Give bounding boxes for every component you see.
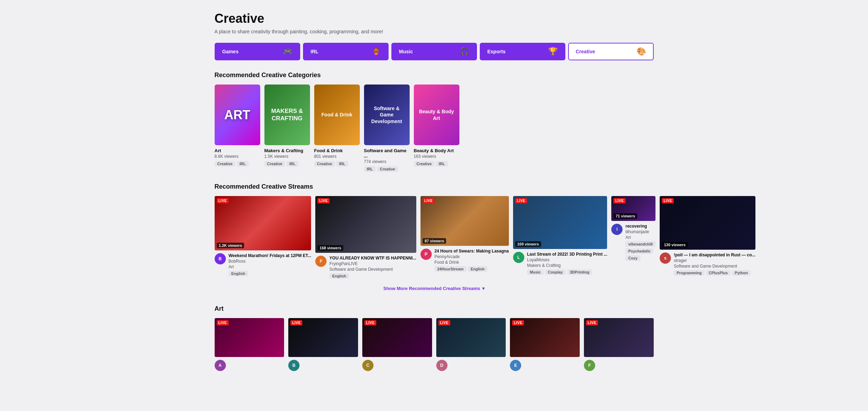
art-stream-info-4: E [510, 360, 580, 371]
irl-icon: 🏺 [371, 47, 381, 56]
stream-thumb-1: LIVE 168 viewers [315, 196, 416, 253]
tag-3dprint-3[interactable]: 3DPrinting [567, 269, 592, 275]
tag-cosplay-3[interactable]: Cosplay [545, 269, 566, 275]
stream-title-0: Weekend Marathon! Fridays at 12PM ET... [229, 253, 311, 258]
tag-irl[interactable]: IRL [237, 161, 249, 167]
stream-card-0[interactable]: LIVE 1.2K viewers B Weekend Marathon! Fr… [215, 196, 311, 279]
viewer-count-4: 71 viewers [613, 213, 637, 219]
tag-english-1[interactable]: English [329, 273, 349, 279]
category-name-food: Food & Drink [314, 148, 360, 153]
recommended-streams-title: Recommended Creative Streams [215, 183, 654, 190]
stream-card-1[interactable]: LIVE 168 viewers F YOU ALREADY KNOW WTF … [315, 196, 416, 279]
art-stream-info-2: C [362, 360, 432, 371]
viewer-count-3: 169 viewers [515, 241, 541, 247]
stream-meta-5: !poll — I am disappointed in Rust — co..… [674, 252, 755, 276]
tag-irl-food[interactable]: IRL [336, 161, 348, 167]
art-stream-thumb-0: LIVE [215, 318, 284, 357]
art-stream-card-3[interactable]: LIVE D [436, 318, 506, 371]
category-card-art[interactable]: ART Art 8.6K viewers Creative IRL [215, 85, 260, 172]
creative-icon: 🎨 [637, 47, 646, 56]
tag-cpp[interactable]: CPlusPlus [706, 270, 731, 276]
esports-icon: 🏆 [548, 47, 558, 56]
category-tags-makers: Creative IRL [264, 161, 310, 167]
stream-meta-0: Weekend Marathon! Fridays at 12PM ET... … [229, 253, 311, 276]
art-stream-card-1[interactable]: LIVE B [288, 318, 358, 371]
category-thumb-art: ART [215, 85, 260, 145]
stream-thumb-5: LIVE 130 viewers [660, 196, 755, 250]
stream-title-2: 24 Hours of Swears: Making Lasagna [435, 249, 509, 254]
art-live-badge-4: LIVE [512, 320, 524, 325]
tab-creative[interactable]: Creative 🎨 [568, 43, 654, 60]
art-live-badge-3: LIVE [438, 320, 450, 325]
art-stream-info-1: B [288, 360, 358, 371]
art-stream-card-0[interactable]: LIVE A [215, 318, 284, 371]
category-card-software[interactable]: Software & Game Development Software and… [364, 85, 410, 172]
tag-cozy[interactable]: Cozy [625, 255, 640, 261]
tag-irl-software[interactable]: IRL [364, 166, 376, 172]
category-name-art: Art [215, 148, 260, 153]
page-container: Creative A place to share creativity thr… [206, 0, 662, 386]
tag-creative-software[interactable]: Creative [377, 166, 398, 172]
category-viewers-beauty: 163 viewers [414, 154, 459, 159]
art-stream-avatar-0: A [215, 360, 226, 371]
stream-channel-4: liihumanjade [625, 229, 655, 234]
tab-creative-label: Creative [576, 49, 595, 54]
art-stream-info-3: D [436, 360, 506, 371]
recommended-categories-section: Recommended Creative Categories ART Art … [215, 72, 654, 172]
tag-irl-beauty[interactable]: IRL [436, 161, 448, 167]
show-more-button[interactable]: Show More Recommended Creative Streams ▾ [215, 283, 654, 294]
art-stream-thumb-5: LIVE [584, 318, 654, 357]
category-tags-software: IRL Creative [364, 166, 410, 172]
art-stream-avatar-1: B [288, 360, 300, 371]
stream-card-5[interactable]: LIVE 130 viewers s !poll — I am disappoi… [660, 196, 755, 279]
art-stream-card-5[interactable]: LIVE F [584, 318, 654, 371]
stream-category-1: Software and Game Development [329, 267, 416, 272]
tag-english-0[interactable]: English [229, 271, 248, 276]
category-card-makers[interactable]: MAKERS & CRAFTING Makers & Crafting 1.5K… [264, 85, 310, 172]
category-name-beauty: Beauty & Body Art [414, 148, 459, 153]
art-stream-card-4[interactable]: LIVE E [510, 318, 580, 371]
stream-avatar-0: B [215, 253, 226, 264]
tag-creative-makers[interactable]: Creative [264, 161, 285, 167]
art-stream-thumb-4: LIVE [510, 318, 580, 357]
stream-category-2: Food & Drink [435, 260, 509, 265]
tab-esports[interactable]: Esports 🏆 [480, 43, 565, 60]
art-stream-avatar-4: E [510, 360, 521, 371]
live-badge-5: LIVE [662, 198, 674, 203]
category-card-beauty[interactable]: Beauty & Body Art Beauty & Body Art 163 … [414, 85, 459, 172]
tag-creative-beauty[interactable]: Creative [414, 161, 435, 167]
live-badge-1: LIVE [317, 198, 329, 203]
stream-thumb-3: LIVE 169 viewers [513, 196, 607, 249]
tab-irl-label: IRL [311, 49, 319, 54]
tag-python[interactable]: Python [732, 270, 751, 276]
tab-music[interactable]: Music 🎧 [391, 43, 477, 60]
art-stream-card-2[interactable]: LIVE C [362, 318, 432, 371]
live-badge-4: LIVE [613, 198, 625, 203]
stream-card-4[interactable]: LIVE 71 viewers l recovering liihumanjad… [611, 196, 655, 279]
viewer-count-5: 130 viewers [662, 242, 688, 248]
stream-card-2[interactable]: LIVE 87 viewers P 24 Hours of Swears: Ma… [420, 196, 509, 279]
tag-irl-makers[interactable]: IRL [287, 161, 298, 167]
category-card-food[interactable]: Food & Drink Food & Drink 801 viewers Cr… [314, 85, 360, 172]
tag-vibes[interactable]: vibesandchill [625, 241, 655, 247]
stream-avatar-4: l [611, 224, 623, 235]
chevron-down-icon: ▾ [482, 286, 485, 291]
tag-creative[interactable]: Creative [215, 161, 235, 167]
tag-english-2[interactable]: English [468, 266, 487, 272]
stream-category-4: Art [625, 235, 655, 240]
stream-info-0: B Weekend Marathon! Fridays at 12PM ET..… [215, 253, 311, 276]
art-stream-thumb-3: LIVE [436, 318, 506, 357]
stream-channel-2: PennyArcade [435, 254, 509, 259]
art-streams-grid: LIVE A LIVE B LIVE [215, 318, 654, 371]
tag-creative-food[interactable]: Creative [314, 161, 335, 167]
tab-irl[interactable]: IRL 🏺 [303, 43, 389, 60]
stream-meta-3: Last Stream of 2022! 3D Printing Print .… [527, 252, 607, 275]
stream-card-3[interactable]: LIVE 169 viewers L Last Stream of 2022! … [513, 196, 607, 279]
tab-games[interactable]: Games 🎮 [215, 43, 300, 60]
tag-music-3[interactable]: Music [527, 269, 544, 275]
tag-psychedelic[interactable]: Psychedelic [625, 248, 653, 254]
art-stream-thumb-1: LIVE [288, 318, 358, 357]
category-thumb-makers: MAKERS & CRAFTING [264, 85, 310, 145]
tag-programming[interactable]: Programming [674, 270, 705, 276]
tag-24h[interactable]: 24HourStream [435, 266, 466, 272]
